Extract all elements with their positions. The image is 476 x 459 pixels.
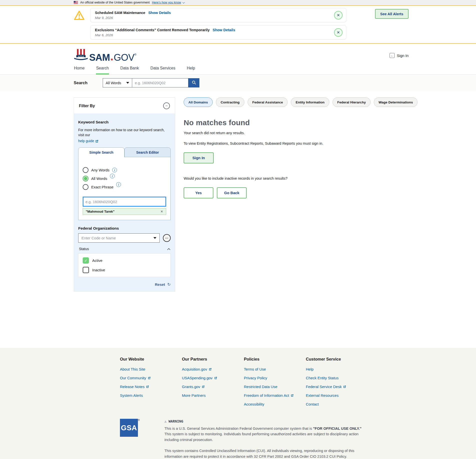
go-back-button[interactable]: Go Back [217, 187, 247, 198]
alert-close-button[interactable]: ✕ [334, 11, 343, 19]
svg-text:★: ★ [78, 55, 80, 57]
keyword-input[interactable] [83, 197, 166, 207]
radio-button[interactable] [83, 184, 88, 190]
footer-column-heading: Customer Service [306, 357, 368, 362]
footer-link[interactable]: About This Site [120, 367, 182, 372]
external-link-icon [214, 377, 217, 380]
footer-link[interactable]: Our Community [120, 375, 182, 381]
nav-item-search[interactable]: Search [96, 64, 109, 74]
checkbox-checked[interactable]: ✓ [83, 257, 89, 264]
main-nav: HomeSearchData BankData ServicesHelp [0, 64, 476, 75]
gov-banner-text: An official website of the United States… [80, 1, 150, 4]
radio-option-any-words[interactable]: Any Words i [83, 167, 166, 173]
checkbox[interactable] [83, 267, 89, 273]
nav-item-data-bank[interactable]: Data Bank [120, 64, 139, 74]
footer-link[interactable]: External Resources [306, 393, 368, 398]
filter-panel: Filter By − Keyword Search For more info… [74, 97, 175, 292]
must-sign-in-text: To view Entity Registrations, Subcontrac… [184, 141, 349, 146]
yes-button[interactable]: Yes [184, 187, 213, 198]
radio-button[interactable] [83, 167, 88, 173]
chevron-up-icon[interactable] [167, 248, 170, 251]
reset-filters-link[interactable]: Reset [155, 282, 165, 287]
footer-column: Customer Service HelpCheck Entity Status… [306, 357, 368, 410]
footer-link[interactable]: Privacy Policy [244, 375, 306, 381]
footer-link[interactable]: Accessibility [244, 402, 306, 407]
keyword-search-heading: Keyword Search [78, 120, 171, 124]
logo-gov-text: GOV [114, 52, 134, 63]
sign-in-icon: ← [390, 53, 395, 58]
tab-simple-search[interactable]: Simple Search [78, 147, 124, 157]
sign-in-button[interactable]: Sign In [184, 152, 214, 163]
domain-tab-wage-determinations[interactable]: Wage Determinations [374, 97, 418, 107]
domain-tab-federal-hierarchy[interactable]: Federal Hierarchy [333, 97, 371, 107]
domain-tab-entity-information[interactable]: Entity Information [291, 97, 329, 107]
footer-link[interactable]: Freedom of Information Act [244, 393, 306, 398]
domain-tab-all-domains[interactable]: All Domains [184, 97, 213, 107]
radio-button[interactable] [83, 176, 88, 181]
keyword-help-text: For more information on how to use our k… [78, 128, 171, 144]
gov-banner: An official website of the United States… [0, 0, 476, 5]
status-option-inactive[interactable]: Inactive [83, 267, 166, 273]
alert: Scheduled SAM MaintenanceShow Details Ma… [90, 8, 346, 22]
footer-link[interactable]: System Alerts [120, 393, 182, 398]
how-you-know-link[interactable]: Here’s how you know [152, 1, 184, 4]
footer-column-heading: Policies [244, 357, 306, 362]
footer-link[interactable]: Check Entity Status [306, 375, 368, 381]
status-option-active[interactable]: ✓ Active [83, 257, 166, 264]
footer-link[interactable]: Restricted Data Use [244, 384, 306, 389]
footer-column: Our Website About This SiteOur Community… [120, 357, 182, 410]
external-link-icon [209, 368, 212, 371]
footer-link[interactable]: USASpending.gov [182, 375, 244, 381]
alert-show-details-link[interactable]: Show Details [148, 11, 171, 15]
sam-gov-logo[interactable]: ★★★ SAM★GOV® [74, 49, 136, 61]
alerts-list: Scheduled SAM MaintenanceShow Details Ma… [90, 8, 346, 39]
uncle-sam-hat-icon: ★★★ [74, 49, 88, 61]
external-link-icon [343, 385, 346, 388]
warning-block: ⚠WARNING This is a U.S. General Services… [164, 419, 369, 459]
info-icon[interactable]: i [112, 168, 117, 172]
domain-tab-federal-assistance[interactable]: Federal Assistance [248, 97, 288, 107]
filter-by-title: Filter By [79, 104, 95, 108]
footer-link[interactable]: More Partners [182, 393, 244, 398]
footer-link[interactable]: Federal Service Desk [306, 384, 368, 389]
footer-link[interactable]: Release Notes [120, 384, 182, 389]
footer-link[interactable]: Acquisition.gov [182, 367, 244, 372]
alert-close-button[interactable]: ✕ [334, 28, 343, 37]
close-icon: ✕ [337, 13, 340, 17]
tab-search-editor[interactable]: Search Editor [124, 147, 171, 157]
info-icon[interactable]: i [116, 182, 121, 187]
see-all-alerts-button[interactable]: See All Alerts [375, 9, 409, 19]
external-link-icon [291, 394, 294, 397]
footer-link[interactable]: Terms of Use [244, 367, 306, 372]
footer-link[interactable]: Help [306, 367, 368, 372]
header-sign-in-link[interactable]: ← Sign In [390, 53, 409, 58]
no-results-text: Your search did not return any results. [184, 131, 418, 135]
radio-option-exact-phrase[interactable]: Exact Phrase i [83, 184, 166, 190]
search-icon [192, 80, 196, 86]
alert-show-details-link[interactable]: Show Details [213, 28, 235, 32]
nav-item-home[interactable]: Home [74, 64, 85, 74]
footer-link[interactable]: Contact [306, 402, 368, 407]
site-footer: Our Website About This SiteOur Community… [0, 348, 476, 459]
footer-column-heading: Our Partners [182, 357, 244, 362]
keyword-chip: "Mahmoud Tarek" ✕ [83, 208, 166, 215]
chip-remove-icon[interactable]: ✕ [160, 210, 163, 213]
help-guide-link[interactable]: help guide [78, 139, 98, 144]
footer-link[interactable]: Grants.gov [182, 384, 244, 389]
warning-title: WARNING [168, 419, 183, 423]
alert: Exclusions “Additional Comments” Content… [90, 25, 346, 39]
federal-organizations-heading: Federal Organizations [78, 226, 171, 231]
alert-title: Exclusions “Additional Comments” Content… [95, 28, 210, 32]
search-submit-button[interactable] [188, 78, 199, 87]
info-icon[interactable]: i [110, 174, 115, 178]
federal-org-more-button[interactable]: … [163, 234, 171, 242]
domain-tab-contracting[interactable]: Contracting [216, 97, 244, 107]
logo-sam-text: SAM [89, 52, 110, 63]
radio-option-all-words[interactable]: All Words i [83, 176, 166, 181]
search-mode-select[interactable]: All Words [103, 78, 132, 87]
federal-org-select[interactable]: Enter Code or Name [78, 233, 160, 243]
nav-item-help[interactable]: Help [187, 64, 195, 74]
collapse-filters-button[interactable]: − [163, 102, 170, 109]
global-search-input[interactable] [132, 78, 188, 87]
nav-item-data-services[interactable]: Data Services [150, 64, 176, 74]
